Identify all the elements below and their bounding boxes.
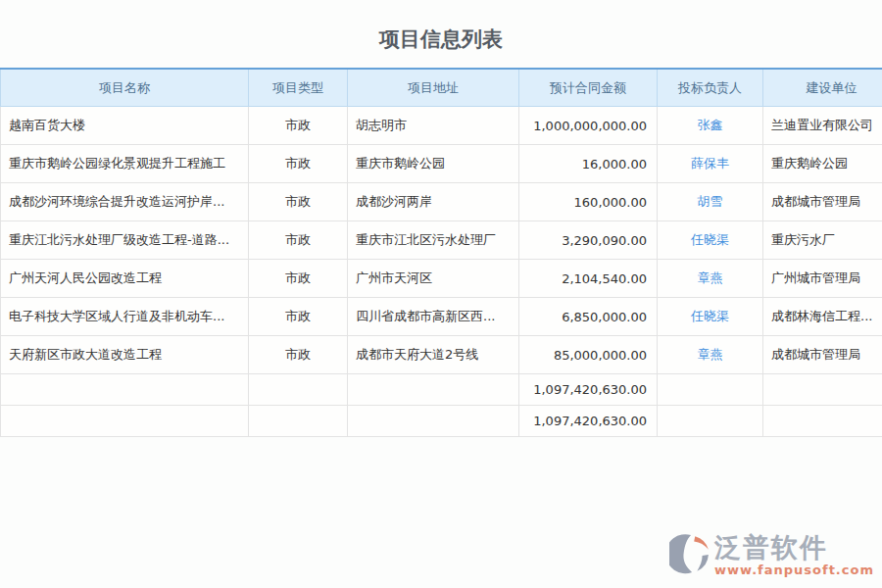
table-row: 电子科技大学区域人行道及非机动车...市政四川省成都市高新区西...6,850,… (1, 298, 882, 336)
cell-amount: 1,000,000,000.00 (519, 107, 658, 145)
cell-amount: 16,000.00 (519, 145, 658, 183)
bid-leader-link[interactable]: 薛保丰 (691, 156, 729, 171)
cell-name (1, 406, 249, 437)
cell-type: 市政 (249, 183, 348, 221)
fanpu-logo-icon (669, 533, 710, 578)
cell-address: 成都市天府大道2号线 (348, 336, 519, 374)
page-title: 项目信息列表 (0, 0, 882, 68)
table-row: 越南百货大楼市政胡志明市1,000,000,000.00张鑫兰迪置业有限公司 (1, 107, 882, 145)
cell-type (249, 406, 348, 437)
cell-leader (658, 374, 763, 406)
cell-address: 重庆市江北区污水处理厂 (348, 221, 519, 260)
cell-type: 市政 (249, 221, 348, 260)
cell-name: 重庆江北污水处理厂级改造工程-道路... (1, 221, 249, 260)
cell-builder (763, 374, 882, 406)
cell-amount: 160,000.00 (519, 183, 658, 221)
cell-builder: 兰迪置业有限公司 (763, 107, 882, 145)
cell-amount: 1,097,420,630.00 (519, 374, 658, 406)
cell-name (1, 374, 249, 406)
cell-leader: 张鑫 (658, 107, 763, 145)
cell-builder: 重庆鹅岭公园 (763, 145, 882, 183)
cell-name: 广州天河人民公园改造工程 (1, 260, 249, 298)
cell-leader: 任晓渠 (658, 221, 763, 260)
cell-type: 市政 (249, 336, 348, 374)
cell-builder: 成都城市管理局 (763, 183, 882, 221)
cell-name: 电子科技大学区域人行道及非机动车... (1, 298, 249, 336)
cell-address (348, 406, 519, 437)
cell-amount: 2,104,540.00 (519, 260, 658, 298)
cell-name: 成都沙河环境综合提升改造运河护岸... (1, 183, 249, 221)
cell-address: 广州市天河区 (348, 260, 519, 298)
cell-name: 重庆市鹅岭公园绿化景观提升工程施工 (1, 145, 249, 183)
cell-address (348, 374, 519, 406)
table-body: 越南百货大楼市政胡志明市1,000,000,000.00张鑫兰迪置业有限公司重庆… (1, 107, 882, 437)
table-row: 成都沙河环境综合提升改造运河护岸...市政成都沙河两岸160,000.00胡雪成… (1, 183, 882, 221)
cell-type: 市政 (249, 145, 348, 183)
vendor-name: 泛普软件 (714, 534, 874, 561)
cell-amount: 6,850,000.00 (519, 298, 658, 336)
table-row: 重庆市鹅岭公园绿化景观提升工程施工市政重庆市鹅岭公园16,000.00薛保丰重庆… (1, 145, 882, 183)
cell-name: 越南百货大楼 (1, 107, 249, 145)
bid-leader-link[interactable]: 章燕 (698, 347, 723, 362)
cell-name: 天府新区市政大道改造工程 (1, 336, 249, 374)
bid-leader-link[interactable]: 张鑫 (698, 118, 723, 132)
cell-type: 市政 (249, 107, 348, 145)
cell-builder: 成都林海信工程... (763, 298, 882, 336)
column-header-name: 项目名称 (1, 69, 249, 107)
vendor-logo: 泛普软件 www.fanpusoft.com (669, 533, 874, 578)
table-row: 天府新区市政大道改造工程市政成都市天府大道2号线85,000,000.00章燕成… (1, 336, 882, 374)
bid-leader-link[interactable]: 胡雪 (698, 194, 723, 209)
column-header-leader: 投标负责人 (658, 69, 763, 107)
cell-address: 重庆市鹅岭公园 (348, 145, 519, 183)
cell-type: 市政 (249, 260, 348, 298)
cell-leader: 任晓渠 (658, 298, 763, 336)
cell-address: 成都沙河两岸 (348, 183, 519, 221)
cell-leader: 章燕 (658, 336, 763, 374)
column-header-builder: 建设单位 (763, 69, 882, 107)
cell-builder: 广州城市管理局 (763, 260, 882, 298)
cell-amount: 3,290,090.00 (519, 221, 658, 260)
total-row: 1,097,420,630.00 (1, 406, 882, 437)
cell-leader: 胡雪 (658, 183, 763, 221)
vendor-text-block: 泛普软件 www.fanpusoft.com (714, 534, 874, 577)
table-header-row: 项目名称项目类型项目地址预计合同金额投标负责人建设单位 (1, 69, 882, 107)
cell-builder (763, 406, 882, 437)
total-row: 1,097,420,630.00 (1, 374, 882, 406)
column-header-type: 项目类型 (249, 69, 348, 107)
cell-leader: 薛保丰 (658, 145, 763, 183)
table-row: 重庆江北污水处理厂级改造工程-道路...市政重庆市江北区污水处理厂3,290,0… (1, 221, 882, 260)
cell-type: 市政 (249, 298, 348, 336)
cell-builder: 成都城市管理局 (763, 336, 882, 374)
bid-leader-link[interactable]: 章燕 (698, 270, 723, 285)
cell-amount: 85,000,000.00 (519, 336, 658, 374)
cell-type (249, 374, 348, 406)
cell-builder: 重庆污水厂 (763, 221, 882, 260)
cell-address: 四川省成都市高新区西... (348, 298, 519, 336)
table-row: 广州天河人民公园改造工程市政广州市天河区2,104,540.00章燕广州城市管理… (1, 260, 882, 298)
cell-leader (658, 406, 763, 437)
column-header-address: 项目地址 (348, 69, 519, 107)
cell-amount: 1,097,420,630.00 (519, 406, 658, 437)
page: 项目信息列表 项目名称项目类型项目地址预计合同金额投标负责人建设单位 越南百货大… (0, 0, 882, 437)
column-header-amount: 预计合同金额 (519, 69, 658, 107)
bid-leader-link[interactable]: 任晓渠 (691, 232, 729, 247)
project-table: 项目名称项目类型项目地址预计合同金额投标负责人建设单位 越南百货大楼市政胡志明市… (0, 68, 882, 437)
cell-leader: 章燕 (658, 260, 763, 298)
bid-leader-link[interactable]: 任晓渠 (691, 309, 729, 323)
cell-address: 胡志明市 (348, 107, 519, 145)
vendor-url[interactable]: www.fanpusoft.com (714, 563, 874, 577)
